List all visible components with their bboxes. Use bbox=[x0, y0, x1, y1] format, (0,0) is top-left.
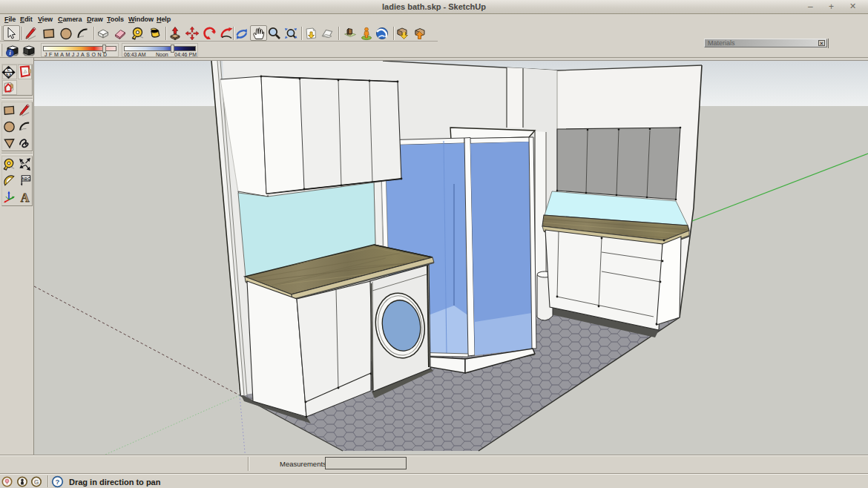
svg-text:A: A bbox=[21, 191, 30, 204]
svg-text:G: G bbox=[34, 478, 39, 486]
svg-text:C: C bbox=[7, 67, 10, 72]
svg-text:ABC: ABC bbox=[22, 177, 30, 181]
svg-text:?: ? bbox=[56, 478, 60, 486]
svg-text:N-S: N-S bbox=[6, 73, 12, 76]
